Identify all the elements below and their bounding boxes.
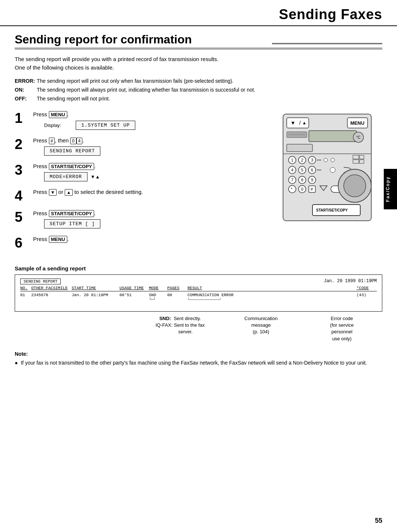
step-4-number: 4 (15, 189, 33, 203)
svg-rect-7 (309, 131, 357, 142)
col-header-mode: MODE (149, 286, 167, 290)
step-3: 3 Press START/SET/COPY. MODE=ERROR ▼▲ (15, 162, 272, 181)
definition-on: ON: The sending report will always print… (15, 86, 382, 95)
step-4: 4 Press ▼ or ▲ to select the desired set… (15, 188, 272, 203)
zero-key: 0 (70, 138, 76, 144)
step-6-instruction: Press MENU. (33, 235, 272, 243)
report-spacer (20, 302, 377, 306)
intro-line2: One of the following choices is availabl… (15, 64, 382, 72)
device-column: ▼ / ▲ MENU °C (279, 110, 382, 256)
report-date: Jan. 20 1999 01:19PM (324, 279, 377, 284)
svg-text:9: 9 (311, 178, 313, 182)
step-3-content: Press START/SET/COPY. MODE=ERROR ▼▲ (33, 162, 272, 181)
svg-rect-12 (287, 144, 312, 152)
step-3-instruction: Press START/SET/COPY. (33, 162, 272, 170)
svg-text:▼: ▼ (290, 120, 296, 126)
step-2-number: 2 (15, 137, 33, 151)
svg-text:MENU: MENU (350, 120, 364, 126)
data-start: Jan. 20 01:18PM (72, 293, 119, 297)
page-title: Sending Faxes (15, 7, 382, 22)
start-set-copy-key-3: START/SET/COPY (49, 163, 94, 170)
svg-text:START/SET/COPY: START/SET/COPY (316, 208, 348, 212)
svg-text:°C: °C (356, 135, 360, 139)
note-text-1: If your fax is not transmitted to the ot… (21, 359, 367, 367)
data-other: 2345678 (31, 293, 72, 297)
def-term-error: ERROR: (15, 77, 37, 86)
svg-text:▲: ▲ (302, 120, 307, 125)
report-annotations: SND: Sent directly. IQ-FAX: Sent to the … (15, 315, 382, 342)
step-4-instruction: Press ▼ or ▲ to select the desired setti… (33, 188, 272, 196)
device-illustration: ▼ / ▲ MENU °C (279, 110, 382, 228)
svg-text:#: # (311, 187, 313, 191)
four-key: 4 (76, 138, 83, 144)
report-table: SENDING REPORT Jan. 20 1999 01:19PM NO. … (15, 274, 382, 312)
step-2-instruction: Press #, then 04. (33, 136, 272, 144)
menu-key-1: MENU (49, 111, 67, 118)
data-usage: 00'51 (119, 293, 149, 297)
note-item-1: ● If your fax is not transmitted to the … (15, 359, 382, 367)
step-4-content: Press ▼ or ▲ to select the desired setti… (33, 188, 272, 198)
data-code: (43) (357, 293, 377, 297)
note-title: Note: (15, 351, 382, 357)
section-title-text: Sending report for confirmation (15, 33, 268, 46)
start-set-copy-key-5: START/SET/COPY (49, 210, 94, 217)
step-5-display: SETUP ITEM [ ] (44, 219, 100, 228)
step-1-display-label: Display: (44, 123, 61, 128)
annotation-error-code: Error code(for servicepersonneluse only) (301, 315, 382, 342)
step-6-content: Press MENU. (33, 235, 272, 245)
up-arrow-key: ▲ (65, 189, 73, 196)
page-number: 55 (375, 517, 382, 525)
svg-text:3: 3 (311, 158, 313, 162)
step-2-display: SENDING REPORT (44, 146, 100, 156)
hash-key: # (49, 138, 55, 144)
report-col-headers: NO. OTHER FACSIMILE START TIME USAGE TIM… (20, 286, 377, 291)
col-header-code: *CODE (357, 286, 377, 290)
svg-text:*: * (291, 187, 293, 191)
sample-section: Sample of a sending report SENDING REPOR… (15, 265, 382, 342)
col-header-start: START TIME (72, 286, 119, 290)
svg-text:0: 0 (301, 187, 303, 191)
annotation-spacer (15, 315, 140, 342)
svg-text:/: / (299, 120, 301, 126)
step-1-number: 1 (15, 111, 33, 125)
report-data-row: 01 2345678 Jan. 20 01:18PM 00'51 SND└─┘ … (20, 293, 377, 302)
fax-copy-tab: Fax/Copy (384, 169, 397, 209)
annotation-communication: Communicationmessage(p. 104) (221, 315, 301, 342)
svg-point-34 (330, 167, 335, 173)
step-1-instruction: Press MENU. (33, 110, 272, 118)
step-6-number: 6 (15, 236, 33, 250)
step-1-content: Press MENU. Display: 1.SYSTEM SET UP (33, 110, 272, 130)
menu-key-6: MENU (49, 236, 67, 243)
definition-off: OFF: The sending report will not print. (15, 95, 382, 103)
section-title-decoration (272, 43, 382, 44)
step-5: 5 Press START/SET/COPY. SETUP ITEM [ ] (15, 209, 272, 228)
svg-text:2: 2 (301, 158, 303, 162)
note-bullet: ● (15, 359, 18, 367)
def-desc-error: The sending report will print out only w… (37, 77, 382, 86)
svg-text:4: 4 (291, 168, 293, 172)
data-mode: SND└─┘ (149, 293, 167, 302)
svg-text:5: 5 (301, 168, 303, 172)
step-1-display: 1.SYSTEM SET UP (76, 121, 135, 130)
def-desc-off: The sending report will not print. (37, 95, 382, 103)
def-term-on: ON: (15, 86, 37, 95)
def-desc-on: The sending report will always print out… (37, 86, 382, 95)
step-2-content: Press #, then 04. SENDING REPORT (33, 136, 272, 156)
section-title: Sending report for confirmation (15, 33, 382, 49)
steps-column: 1 Press MENU. Display: 1.SYSTEM SET UP 2 (15, 110, 272, 256)
svg-text:7: 7 (291, 178, 293, 182)
down-arrow-key: ▼ (49, 189, 57, 196)
step-6: 6 Press MENU. (15, 235, 272, 250)
col-header-other: OTHER FACSIMILE (31, 286, 72, 290)
intro-line1: The sending report will provide you with… (15, 55, 382, 64)
data-no: 01 (20, 293, 31, 297)
svg-text:6: 6 (311, 168, 313, 172)
step-1: 1 Press MENU. Display: 1.SYSTEM SET UP (15, 110, 272, 130)
step-3-arrow: ▼▲ (90, 174, 100, 180)
definitions-list: ERROR: The sending report will print out… (15, 77, 382, 103)
annotation-snd: SND: Sent directly. IQ-FAX: Sent to the … (140, 315, 221, 342)
steps-device-area: 1 Press MENU. Display: 1.SYSTEM SET UP 2 (15, 110, 382, 256)
def-term-off: OFF: (15, 95, 37, 103)
svg-text:1: 1 (291, 158, 293, 162)
data-pages: 00 (167, 293, 187, 297)
